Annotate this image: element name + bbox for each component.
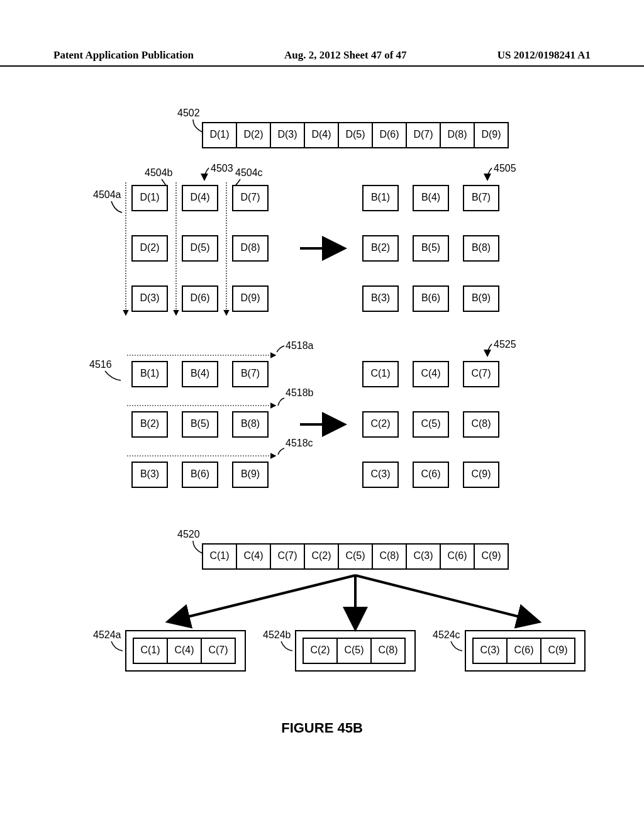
header-right: US 2012/0198241 A1: [497, 49, 591, 62]
svg-text:B(3): B(3): [140, 468, 159, 479]
svg-text:C(7): C(7): [471, 368, 491, 379]
svg-text:D(8): D(8): [240, 242, 260, 253]
svg-text:D(4): D(4): [190, 192, 209, 202]
svg-text:B(6): B(6): [191, 468, 209, 479]
label-4504b: 4504b: [145, 167, 173, 178]
svg-text:D(7): D(7): [413, 129, 433, 140]
svg-text:D(6): D(6): [379, 129, 399, 140]
label-4503: 4503: [211, 163, 233, 174]
svg-text:C(9): C(9): [548, 645, 567, 655]
leader-4502: [193, 119, 203, 132]
grid-b-left: B(1) B(4) B(7) B(2) B(5) B(8) B(3) B(6) …: [132, 362, 268, 487]
svg-text:D(2): D(2): [140, 242, 159, 253]
svg-text:C(9): C(9): [471, 468, 491, 479]
row-4502: D(1) D(2) D(3) D(4) D(5) D(6) D(7) D(8) …: [203, 123, 508, 148]
svg-text:D(9): D(9): [481, 129, 501, 140]
svg-text:D(7): D(7): [240, 192, 260, 202]
svg-text:D(9): D(9): [240, 292, 260, 303]
svg-text:C(3): C(3): [480, 645, 499, 655]
svg-text:B(7): B(7): [472, 192, 491, 202]
diagram-svg: .box { fill:#fff; stroke:#000; stroke-wi…: [52, 97, 592, 701]
svg-text:C(8): C(8): [379, 550, 399, 561]
label-4516: 4516: [89, 359, 112, 370]
svg-text:C(6): C(6): [421, 468, 440, 479]
svg-text:C(2): C(2): [310, 645, 330, 655]
svg-text:B(7): B(7): [241, 368, 260, 379]
svg-text:B(4): B(4): [421, 192, 440, 202]
svg-text:D(3): D(3): [277, 129, 297, 140]
header-left: Patent Application Publication: [53, 49, 194, 62]
svg-text:C(7): C(7): [277, 550, 297, 561]
label-4502: 4502: [177, 108, 200, 118]
svg-text:B(9): B(9): [472, 292, 491, 303]
svg-text:B(8): B(8): [241, 418, 260, 429]
svg-text:D(2): D(2): [243, 129, 263, 140]
svg-text:B(9): B(9): [241, 468, 260, 479]
svg-text:B(6): B(6): [421, 292, 440, 303]
header-center: Aug. 2, 2012 Sheet 47 of 47: [284, 49, 407, 62]
svg-text:D(5): D(5): [345, 129, 365, 140]
svg-text:C(6): C(6): [447, 550, 467, 561]
svg-text:C(6): C(6): [514, 645, 533, 655]
grid-d: D(1) D(4) D(7) D(2) D(5) D(8) D(3) D(6) …: [132, 185, 268, 311]
group-4524a: C(1) C(4) C(7): [126, 631, 245, 671]
grid-c-right: C(1) C(4) C(7) C(2) C(5) C(8) C(3) C(6) …: [363, 362, 499, 487]
label-4525: 4525: [494, 339, 516, 350]
label-4518a: 4518a: [286, 340, 314, 351]
label-4524a: 4524a: [93, 629, 121, 640]
svg-text:B(1): B(1): [371, 192, 390, 202]
label-4524c: 4524c: [433, 629, 460, 640]
svg-text:D(4): D(4): [311, 129, 331, 140]
page-header: Patent Application Publication Aug. 2, 2…: [0, 49, 644, 67]
grid-b-right: B(1) B(4) B(7) B(2) B(5) B(8) B(3) B(6) …: [363, 185, 499, 311]
group-4524b: C(2) C(5) C(8): [296, 631, 415, 671]
svg-text:C(2): C(2): [311, 550, 331, 561]
label-4504a: 4504a: [93, 189, 121, 200]
label-4518c: 4518c: [286, 438, 313, 448]
svg-text:C(3): C(3): [370, 468, 390, 479]
svg-text:C(1): C(1): [209, 550, 229, 561]
svg-text:D(3): D(3): [140, 292, 159, 303]
svg-text:C(8): C(8): [378, 645, 397, 655]
svg-text:B(4): B(4): [191, 368, 209, 379]
arrow-split-left: [177, 575, 355, 619]
label-4520: 4520: [177, 529, 200, 540]
svg-text:C(4): C(4): [421, 368, 440, 379]
svg-text:B(5): B(5): [191, 418, 209, 429]
svg-text:B(8): B(8): [472, 242, 491, 253]
svg-text:C(9): C(9): [481, 550, 501, 561]
svg-text:B(1): B(1): [140, 368, 159, 379]
row-4520: C(1) C(4) C(7) C(2) C(5) C(8) C(3) C(6) …: [203, 544, 508, 569]
svg-text:C(5): C(5): [344, 645, 364, 655]
group-4524c: C(3) C(6) C(9): [465, 631, 585, 671]
svg-text:B(5): B(5): [421, 242, 440, 253]
svg-text:C(3): C(3): [413, 550, 433, 561]
svg-text:D(6): D(6): [190, 292, 209, 303]
figure-area: .box { fill:#fff; stroke:#000; stroke-wi…: [0, 97, 644, 736]
svg-text:C(4): C(4): [174, 645, 194, 655]
svg-text:D(8): D(8): [447, 129, 467, 140]
svg-text:C(2): C(2): [370, 418, 390, 429]
label-4504c: 4504c: [235, 167, 263, 178]
label-4524b: 4524b: [263, 629, 291, 640]
svg-text:D(1): D(1): [209, 129, 229, 140]
label-4505: 4505: [494, 163, 516, 174]
arrow-split-right: [355, 575, 530, 619]
svg-text:C(5): C(5): [345, 550, 365, 561]
svg-text:C(1): C(1): [140, 645, 160, 655]
svg-text:C(4): C(4): [243, 550, 263, 561]
svg-text:C(1): C(1): [370, 368, 390, 379]
svg-text:C(7): C(7): [208, 645, 228, 655]
svg-text:B(2): B(2): [140, 418, 159, 429]
svg-text:C(8): C(8): [471, 418, 491, 429]
figure-caption: FIGURE 45B: [0, 720, 644, 736]
label-4518b: 4518b: [286, 387, 314, 398]
svg-text:B(3): B(3): [371, 292, 390, 303]
svg-text:D(5): D(5): [190, 242, 209, 253]
svg-text:B(2): B(2): [371, 242, 390, 253]
svg-text:C(5): C(5): [421, 418, 440, 429]
svg-text:D(1): D(1): [140, 192, 159, 202]
